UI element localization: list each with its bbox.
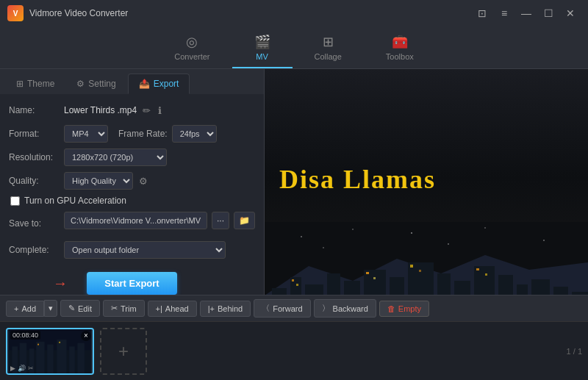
arrow-icon: → xyxy=(53,275,68,292)
messages-button[interactable]: ⊡ xyxy=(472,3,492,24)
quality-row: Quality: High QualityStandardLow ⚙ xyxy=(9,172,255,190)
menu-button[interactable]: ≡ xyxy=(494,3,514,24)
svg-rect-39 xyxy=(47,344,53,373)
svg-rect-42 xyxy=(78,343,85,373)
svg-point-7 xyxy=(448,243,449,245)
app-logo: V xyxy=(7,5,24,21)
tab-mv[interactable]: 🎬 MV xyxy=(232,29,293,68)
complete-row: Complete: Open output folderDo nothingSh… xyxy=(9,241,255,259)
quality-label: Quality: xyxy=(9,176,64,186)
svg-point-5 xyxy=(543,240,545,241)
sub-tab-export-label: Export xyxy=(154,79,179,89)
video-overlay-text: Disa Llamas xyxy=(279,164,436,195)
mv-icon: 🎬 xyxy=(254,34,270,50)
sub-tab-setting-label: Setting xyxy=(88,79,115,89)
titlebar: V Vidmore Video Converter ⊡ ≡ — ☐ ✕ xyxy=(0,0,588,26)
converter-icon: ◎ xyxy=(186,34,198,50)
ahead-button[interactable]: +| Ahead xyxy=(148,301,197,317)
svg-rect-38 xyxy=(36,341,44,373)
edit-name-button[interactable]: ✏ xyxy=(141,105,152,116)
ahead-label: Ahead xyxy=(165,304,189,313)
behind-button[interactable]: |+ Behind xyxy=(200,301,251,317)
svg-rect-29 xyxy=(410,265,413,268)
edit-button[interactable]: ✎ Edit xyxy=(60,300,100,317)
forward-icon: 〈 xyxy=(262,303,270,314)
timeline-page: 1 / 1 xyxy=(567,347,582,356)
forward-button[interactable]: 〈 Forward xyxy=(254,299,310,318)
clip-icons: ▶ 🔊 ✂ xyxy=(10,365,34,372)
complete-select[interactable]: Open output folderDo nothingShut down xyxy=(64,241,226,259)
svg-rect-44 xyxy=(59,341,60,343)
sub-tabs: ⊞ Theme ⚙ Setting 📤 Export xyxy=(0,69,264,94)
backward-button[interactable]: 〉 Backward xyxy=(314,299,376,318)
minimize-button[interactable]: — xyxy=(516,3,537,24)
resolution-label: Resolution: xyxy=(9,152,64,162)
svg-point-3 xyxy=(411,232,412,234)
quality-select[interactable]: High QualityStandardLow xyxy=(64,172,133,190)
empty-button[interactable]: 🗑 Empty xyxy=(379,301,429,317)
browse-path-button[interactable]: ··· xyxy=(212,212,229,229)
resolution-select[interactable]: 1280x720 (720p)1920x1080 (1080p)854x480 … xyxy=(64,148,167,166)
gpu-label: Turn on GPU Acceleration xyxy=(24,196,126,206)
sub-tab-theme[interactable]: ⊞ Theme xyxy=(6,74,65,94)
format-controls: MP4AVIMOVMKV Frame Rate: 24fps25fps30fps… xyxy=(64,125,217,143)
add-clip-button[interactable]: + xyxy=(100,328,147,375)
info-button[interactable]: ℹ xyxy=(157,105,163,116)
maximize-button[interactable]: ☐ xyxy=(538,3,559,24)
format-select[interactable]: MP4AVIMOVMKV xyxy=(64,125,108,143)
svg-rect-26 xyxy=(296,284,298,286)
export-icon: 📤 xyxy=(139,79,150,89)
empty-label: Empty xyxy=(398,304,421,313)
name-value: Lower Thirds .mp4 xyxy=(64,105,137,115)
collage-icon: ⊞ xyxy=(323,34,334,50)
name-value-row: Lower Thirds .mp4 ✏ ℹ xyxy=(64,105,163,116)
edit-label: Edit xyxy=(78,304,92,313)
start-export-left-button[interactable]: Start Export xyxy=(87,272,176,295)
format-label: Format: xyxy=(9,129,64,139)
bottom-toolbar: + Add ▾ ✎ Edit ✂ Trim +| Ahead |+ Behind… xyxy=(0,295,588,321)
name-label: Name: xyxy=(9,105,64,115)
frame-rate-select[interactable]: 24fps25fps30fps60fps xyxy=(172,125,217,143)
edit-icon: ✎ xyxy=(68,304,75,313)
add-dropdown-button[interactable]: ▾ xyxy=(44,300,57,317)
tab-collage[interactable]: ⊞ Collage xyxy=(293,29,364,68)
save-to-row: Save to: ··· 📁 xyxy=(9,212,255,235)
app-title: Vidmore Video Converter xyxy=(29,8,472,18)
svg-point-1 xyxy=(301,236,302,237)
tab-collage-label: Collage xyxy=(315,52,342,61)
close-button[interactable]: ✕ xyxy=(560,3,581,24)
backward-icon: 〉 xyxy=(322,303,330,314)
open-folder-button[interactable]: 📁 xyxy=(234,212,255,229)
nav-tabs: ◎ Converter 🎬 MV ⊞ Collage 🧰 Toolbox xyxy=(0,26,588,69)
bottom-section: + Add ▾ ✎ Edit ✂ Trim +| Ahead |+ Behind… xyxy=(0,295,588,380)
toolbox-icon: 🧰 xyxy=(392,34,408,50)
name-row: Name: Lower Thirds .mp4 ✏ ℹ xyxy=(9,101,255,119)
svg-rect-27 xyxy=(366,272,369,274)
svg-rect-30 xyxy=(419,270,421,272)
svg-rect-41 xyxy=(69,346,75,373)
quality-controls: High QualityStandardLow ⚙ xyxy=(64,172,149,190)
backward-label: Backward xyxy=(333,304,368,313)
svg-rect-32 xyxy=(485,273,487,276)
svg-point-4 xyxy=(484,227,486,229)
behind-label: Behind xyxy=(218,304,243,313)
sub-tab-setting[interactable]: ⚙ Setting xyxy=(66,74,126,94)
gpu-checkbox[interactable] xyxy=(10,196,20,206)
add-icon: + xyxy=(14,304,18,313)
trim-label: Trim xyxy=(121,304,137,313)
format-row: Format: MP4AVIMOVMKV Frame Rate: 24fps25… xyxy=(9,125,255,143)
timeline: 00:08:40 × ▶ 🔊 ✂ + 1 / 1 xyxy=(0,321,588,380)
clip-close-button[interactable]: × xyxy=(81,331,91,341)
quality-settings-button[interactable]: ⚙ xyxy=(137,176,149,187)
trim-button[interactable]: ✂ Trim xyxy=(103,300,145,317)
theme-icon: ⊞ xyxy=(16,79,24,89)
add-label: Add xyxy=(21,304,36,313)
add-button[interactable]: + Add xyxy=(6,301,44,317)
tab-converter[interactable]: ◎ Converter xyxy=(152,29,232,68)
forward-label: Forward xyxy=(273,304,302,313)
save-path-input[interactable] xyxy=(64,212,207,229)
save-to-label: Save to: xyxy=(9,218,64,229)
clip-duration: 00:08:40 xyxy=(10,331,40,340)
tab-toolbox[interactable]: 🧰 Toolbox xyxy=(364,29,436,68)
sub-tab-export[interactable]: 📤 Export xyxy=(128,74,190,94)
